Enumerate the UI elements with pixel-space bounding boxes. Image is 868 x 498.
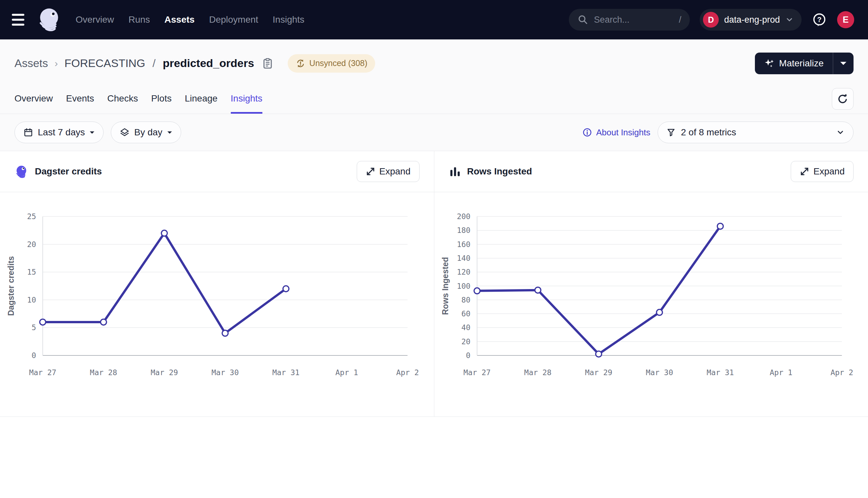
svg-text:Apr 1: Apr 1 — [769, 368, 792, 377]
dagster-logo-icon[interactable] — [36, 6, 63, 33]
search-input[interactable] — [594, 15, 673, 25]
chart-header: Dagster credits Expand — [0, 151, 434, 192]
svg-text:Apr 2: Apr 2 — [396, 368, 419, 377]
caret-down-icon — [89, 131, 95, 134]
nav-item-runs[interactable]: Runs — [129, 14, 150, 25]
asset-header-band: Assets › FORECASTING / predicted_orders — [0, 39, 868, 151]
insights-filter-bar: Last 7 days By day About Insights — [0, 114, 868, 151]
dagster-credits-line-chart[interactable]: 0510152025Mar 27Mar 28Mar 29Mar 30Mar 31… — [0, 192, 434, 417]
svg-text:5: 5 — [31, 323, 36, 332]
primary-nav: Overview Runs Assets Deployment Insights — [76, 14, 305, 25]
materialize-menu-button[interactable] — [833, 53, 854, 74]
tab-plots[interactable]: Plots — [151, 84, 171, 114]
menu-icon[interactable] — [12, 14, 26, 26]
svg-text:60: 60 — [461, 310, 471, 318]
tab-insights[interactable]: Insights — [231, 84, 263, 114]
user-avatar[interactable]: E — [837, 11, 854, 28]
metrics-filter-label: 2 of 8 metrics — [681, 127, 736, 137]
svg-text:Rows Ingested: Rows Ingested — [440, 257, 449, 315]
svg-text:0: 0 — [31, 351, 36, 360]
svg-text:Mar 28: Mar 28 — [90, 368, 117, 377]
chevron-down-icon — [785, 15, 794, 24]
insights-charts: Dagster credits Expand 0510152025Mar 27M… — [0, 151, 868, 417]
deployment-name: data-eng-prod — [724, 15, 780, 25]
tab-overview[interactable]: Overview — [14, 84, 53, 114]
copy-asset-key-button[interactable] — [261, 57, 274, 70]
materialize-label: Materialize — [779, 58, 824, 69]
metrics-filter-select[interactable]: 2 of 8 metrics — [658, 121, 854, 143]
svg-text:?: ? — [817, 15, 821, 24]
expand-chart-button[interactable]: Expand — [791, 161, 854, 182]
about-insights-link[interactable]: About Insights — [582, 128, 650, 137]
nav-item-deployment[interactable]: Deployment — [209, 14, 258, 25]
tab-checks[interactable]: Checks — [107, 84, 138, 114]
svg-text:10: 10 — [27, 296, 36, 304]
chart-title: Rows Ingested — [467, 166, 532, 177]
chart-panel-rows-ingested: Rows Ingested Expand 0204060801001201401… — [434, 151, 868, 417]
tab-lineage[interactable]: Lineage — [185, 84, 218, 114]
deployment-badge: D — [703, 12, 719, 28]
date-range-filter-button[interactable]: Last 7 days — [14, 121, 104, 143]
svg-text:Apr 2: Apr 2 — [830, 368, 853, 377]
caret-down-icon — [167, 131, 172, 134]
calendar-icon — [23, 128, 33, 137]
top-nav: Overview Runs Assets Deployment Insights… — [0, 0, 868, 39]
svg-text:25: 25 — [27, 212, 36, 221]
svg-text:Mar 30: Mar 30 — [646, 368, 673, 377]
deployment-switcher[interactable]: D data-eng-prod — [700, 9, 802, 30]
granularity-label: By day — [134, 127, 163, 137]
expand-label: Expand — [814, 166, 845, 177]
dagster-credits-icon — [14, 164, 29, 179]
tab-events[interactable]: Events — [66, 84, 94, 114]
svg-text:180: 180 — [457, 226, 471, 235]
caret-down-icon — [840, 61, 847, 66]
svg-text:200: 200 — [457, 212, 471, 221]
asset-name: predicted_orders — [163, 57, 254, 70]
materialize-button[interactable]: Materialize — [755, 53, 833, 74]
chart-title: Dagster credits — [35, 166, 102, 177]
nav-item-assets[interactable]: Assets — [164, 14, 195, 25]
expand-label: Expand — [380, 166, 411, 177]
refresh-icon — [837, 93, 848, 105]
unsynced-badge-label: Unsynced (308) — [309, 58, 367, 68]
expand-chart-button[interactable]: Expand — [357, 161, 420, 182]
bar-chart-icon — [449, 165, 461, 178]
svg-text:0: 0 — [466, 351, 471, 360]
materialize-split-button: Materialize — [755, 53, 854, 74]
svg-text:Mar 28: Mar 28 — [524, 368, 551, 377]
search-icon — [577, 14, 588, 25]
svg-text:Mar 27: Mar 27 — [29, 368, 56, 377]
expand-icon — [366, 167, 375, 176]
granularity-filter-button[interactable]: By day — [111, 121, 181, 143]
svg-text:20: 20 — [27, 240, 36, 249]
svg-text:15: 15 — [27, 268, 36, 276]
svg-text:160: 160 — [457, 240, 471, 249]
svg-text:Mar 29: Mar 29 — [151, 368, 178, 377]
svg-text:100: 100 — [457, 282, 471, 290]
svg-text:140: 140 — [457, 254, 471, 262]
help-button[interactable]: ? — [812, 12, 827, 28]
chevron-down-icon — [836, 128, 845, 137]
unsynced-status-badge[interactable]: Unsynced (308) — [288, 54, 375, 73]
breadcrumb: Assets › FORECASTING / predicted_orders — [0, 39, 868, 84]
svg-text:Apr 1: Apr 1 — [335, 368, 358, 377]
clipboard-icon — [261, 57, 274, 70]
refresh-button[interactable] — [832, 88, 854, 110]
svg-text:Dagster credits: Dagster credits — [6, 256, 15, 316]
nav-item-insights[interactable]: Insights — [272, 14, 305, 25]
info-icon — [582, 128, 592, 137]
breadcrumb-group-link[interactable]: FORECASTING — [64, 57, 145, 70]
filter-funnel-icon — [666, 128, 676, 137]
svg-text:20: 20 — [461, 337, 471, 346]
breadcrumb-assets-link[interactable]: Assets — [14, 57, 48, 70]
layers-icon — [120, 128, 129, 137]
asset-tabs: Overview Events Checks Plots Lineage Ins… — [0, 84, 868, 114]
svg-text:Mar 31: Mar 31 — [706, 368, 734, 377]
svg-text:Mar 30: Mar 30 — [212, 368, 239, 377]
svg-text:Mar 29: Mar 29 — [585, 368, 612, 377]
search-box[interactable]: / — [569, 9, 690, 30]
rows-ingested-line-chart[interactable]: 020406080100120140160180200Mar 27Mar 28M… — [434, 192, 868, 417]
nav-item-overview[interactable]: Overview — [76, 14, 114, 25]
help-icon: ? — [812, 12, 827, 27]
sparkles-icon — [764, 58, 775, 69]
